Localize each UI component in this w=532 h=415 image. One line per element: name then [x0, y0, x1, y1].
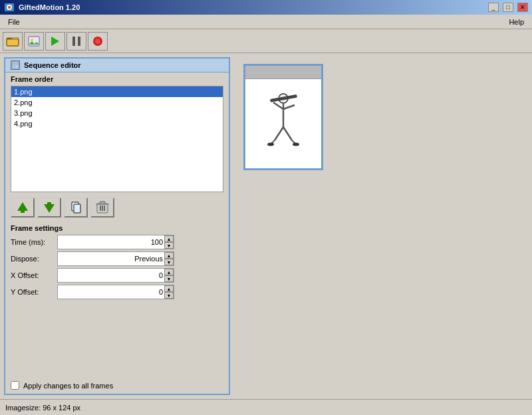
svg-marker-20	[44, 204, 55, 213]
svg-marker-9	[51, 37, 59, 46]
xoffset-down-button[interactable]: ▼	[164, 275, 174, 282]
apply-all-label[interactable]: Apply changes to all frames	[23, 382, 113, 390]
file-menu[interactable]: File	[3, 17, 25, 27]
svg-rect-29	[104, 206, 105, 211]
svg-marker-18	[17, 202, 28, 211]
svg-point-40	[293, 143, 299, 146]
yoffset-input[interactable]	[58, 285, 164, 299]
xoffset-input-wrap: ▲ ▼	[57, 268, 174, 283]
dispose-down-button[interactable]: ▼	[164, 259, 174, 265]
insert-image-button[interactable]	[24, 32, 44, 51]
dispose-spinner: ▲ ▼	[164, 252, 174, 265]
app-icon	[4, 2, 15, 13]
play-button[interactable]	[45, 32, 65, 51]
title-bar: GiftedMotion 1.20 _ □ ✕	[0, 0, 532, 15]
svg-rect-16	[13, 65, 18, 65]
time-input[interactable]	[58, 235, 164, 249]
yoffset-label: Y Offset:	[11, 288, 57, 296]
action-buttons	[5, 194, 229, 221]
frame-settings-label: Frame settings	[11, 224, 223, 232]
status-bar: Imagesize: 96 x 124 px	[0, 399, 532, 415]
dispose-label: Dispose:	[11, 255, 57, 263]
copy-button[interactable]	[64, 198, 88, 217]
figure-svg	[260, 90, 307, 157]
svg-rect-11	[78, 37, 80, 46]
dispose-input[interactable]	[58, 252, 164, 265]
sequence-editor-title: Sequence editor	[24, 61, 81, 69]
yoffset-setting-row: Y Offset: ▲ ▼	[11, 285, 223, 299]
yoffset-input-wrap: ▲ ▼	[57, 285, 174, 299]
move-up-button[interactable]	[11, 198, 35, 217]
svg-point-7	[31, 39, 33, 41]
svg-rect-23	[74, 204, 80, 213]
xoffset-spinner: ▲ ▼	[164, 269, 174, 282]
preview-frame	[243, 64, 323, 170]
help-menu[interactable]: Help	[503, 17, 529, 27]
xoffset-setting-row: X Offset: ▲ ▼	[11, 268, 223, 283]
preview-image-area	[245, 79, 321, 168]
main-content: Sequence editor Frame order 1.png2.png3.…	[0, 53, 532, 399]
svg-point-39	[267, 143, 274, 146]
svg-line-33	[283, 105, 295, 109]
frame-settings: Frame settings Time (ms): ▲ ▼ Dispose: ▲	[5, 221, 229, 377]
status-text: Imagesize: 96 x 124 px	[5, 404, 80, 412]
close-button[interactable]: ✕	[517, 3, 528, 12]
svg-point-2	[8, 6, 11, 9]
svg-rect-28	[102, 206, 103, 211]
time-label: Time (ms):	[11, 238, 57, 246]
frame-list-item[interactable]: 4.png	[11, 118, 223, 129]
frame-list-item[interactable]: 1.png	[11, 86, 223, 97]
time-setting-row: Time (ms): ▲ ▼	[11, 235, 223, 249]
maximize-button[interactable]: □	[503, 3, 513, 12]
menu-bar: File Help	[0, 15, 532, 29]
svg-rect-19	[21, 211, 25, 213]
sequence-panel: Sequence editor Frame order 1.png2.png3.…	[4, 57, 230, 395]
sequence-icon	[11, 61, 20, 70]
dispose-input-wrap: ▲ ▼	[57, 251, 174, 266]
yoffset-spinner: ▲ ▼	[164, 285, 174, 299]
svg-rect-10	[72, 37, 75, 46]
svg-rect-27	[100, 206, 101, 211]
svg-rect-4	[7, 39, 19, 46]
dispose-up-button[interactable]: ▲	[164, 252, 174, 259]
minimize-button[interactable]: _	[488, 3, 499, 12]
svg-rect-26	[96, 204, 109, 205]
time-spinner: ▲ ▼	[164, 235, 174, 249]
time-down-button[interactable]: ▼	[164, 242, 174, 249]
open-button[interactable]	[3, 32, 23, 51]
frame-list[interactable]: 1.png2.png3.png4.png	[11, 86, 223, 192]
pause-button[interactable]	[66, 32, 86, 51]
xoffset-label: X Offset:	[11, 271, 57, 279]
time-up-button[interactable]: ▲	[164, 235, 174, 242]
frame-order-label: Frame order	[5, 72, 229, 84]
xoffset-input[interactable]	[58, 269, 164, 282]
apply-all-checkbox[interactable]	[11, 381, 19, 390]
svg-rect-21	[47, 202, 51, 204]
svg-line-32	[273, 102, 283, 109]
svg-point-13	[95, 39, 100, 44]
svg-rect-15	[13, 63, 18, 64]
apply-checkbox-row: Apply changes to all frames	[5, 377, 229, 394]
preview-top-bar	[245, 66, 321, 79]
time-input-wrap: ▲ ▼	[57, 235, 174, 249]
svg-line-37	[283, 127, 292, 140]
svg-line-35	[275, 127, 283, 140]
frame-list-item[interactable]: 2.png	[11, 97, 223, 108]
yoffset-down-button[interactable]: ▼	[164, 292, 174, 299]
toolbar	[0, 29, 532, 53]
dispose-setting-row: Dispose: ▲ ▼	[11, 251, 223, 266]
yoffset-up-button[interactable]: ▲	[164, 285, 174, 292]
delete-button[interactable]	[90, 198, 114, 217]
xoffset-up-button[interactable]: ▲	[164, 269, 174, 275]
preview-area	[237, 57, 528, 395]
frame-list-item[interactable]: 3.png	[11, 108, 223, 118]
svg-rect-17	[13, 66, 16, 67]
record-button[interactable]	[88, 32, 108, 51]
move-down-button[interactable]	[37, 198, 61, 217]
app-title: GiftedMotion 1.20	[19, 3, 484, 11]
sequence-editor-header: Sequence editor	[5, 59, 229, 72]
